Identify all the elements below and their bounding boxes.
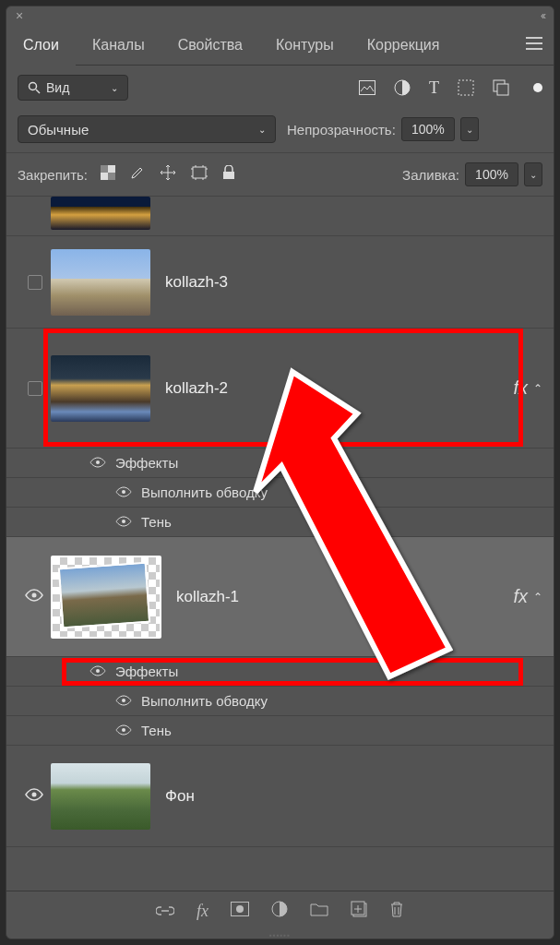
- filter-pixel-icon[interactable]: [359, 80, 375, 95]
- layer-row-kollazh-2[interactable]: kollazh-2 fx ⌃: [6, 329, 554, 449]
- effect-shadow[interactable]: Тень: [6, 508, 554, 537]
- filter-adjustment-icon[interactable]: [394, 79, 411, 96]
- resize-grip[interactable]: ▪▪▪▪▪▪: [6, 931, 554, 939]
- svg-point-13: [122, 520, 125, 523]
- layer-thumbnail[interactable]: [51, 249, 150, 316]
- layer-name[interactable]: kollazh-2: [165, 379, 513, 398]
- blend-row: Обычные ⌄ Непрозрачность: 100% ⌄: [6, 110, 554, 153]
- layer-filter-select[interactable]: Вид ⌄: [18, 75, 128, 101]
- filter-row: Вид ⌄ T: [6, 66, 554, 110]
- layer-mask-icon[interactable]: [231, 902, 249, 921]
- layer-row[interactable]: [6, 197, 554, 236]
- opacity-dropdown[interactable]: ⌄: [460, 117, 479, 141]
- effects-header[interactable]: Эффекты: [6, 657, 554, 687]
- eye-icon[interactable]: [89, 455, 106, 472]
- effect-stroke[interactable]: Выполнить обводку: [6, 687, 554, 716]
- svg-point-14: [32, 593, 37, 598]
- layers-footer: fx: [6, 891, 554, 931]
- lock-transparent-icon[interactable]: [101, 165, 115, 184]
- svg-rect-8: [108, 173, 115, 180]
- filter-shape-icon[interactable]: [458, 79, 474, 96]
- lock-all-icon[interactable]: [222, 165, 235, 184]
- panel-titlebar: × ‹‹: [6, 6, 554, 25]
- layer-thumbnail[interactable]: [51, 763, 150, 830]
- eye-icon[interactable]: [115, 484, 132, 501]
- adjustment-layer-icon[interactable]: [271, 901, 288, 922]
- eye-icon[interactable]: [115, 723, 132, 739]
- layer-thumbnail[interactable]: [51, 556, 161, 639]
- svg-point-15: [96, 669, 100, 673]
- close-icon[interactable]: ×: [16, 8, 23, 23]
- effects-label: Эффекты: [115, 664, 178, 679]
- visibility-checkbox[interactable]: [28, 381, 42, 396]
- fill-dropdown[interactable]: ⌄: [524, 162, 542, 186]
- svg-point-0: [30, 83, 37, 90]
- fill-group: Заливка: 100% ⌄: [402, 162, 542, 186]
- fx-expand-icon[interactable]: ⌃: [533, 382, 542, 395]
- effect-shadow[interactable]: Тень: [6, 716, 554, 746]
- svg-point-17: [122, 728, 125, 732]
- svg-rect-1: [360, 81, 375, 95]
- layer-style-icon[interactable]: fx: [197, 902, 209, 921]
- fx-badge[interactable]: fx: [513, 377, 528, 399]
- filter-smartobject-icon[interactable]: [493, 79, 509, 96]
- svg-rect-9: [193, 167, 206, 178]
- filter-type-icon[interactable]: T: [429, 78, 439, 98]
- chevron-down-icon: ⌄: [111, 83, 118, 93]
- tab-channels[interactable]: Каналы: [76, 25, 161, 65]
- effects-header[interactable]: Эффекты: [6, 449, 554, 478]
- eye-icon[interactable]: [115, 693, 132, 710]
- lock-move-icon[interactable]: [160, 164, 176, 185]
- effect-stroke[interactable]: Выполнить обводку: [6, 478, 554, 508]
- effect-label: Тень: [141, 723, 172, 738]
- tab-layers[interactable]: Слои: [6, 25, 76, 65]
- lock-icons: [101, 164, 235, 185]
- eye-icon[interactable]: [25, 587, 43, 606]
- eye-icon[interactable]: [25, 786, 43, 806]
- panel-menu-icon[interactable]: [526, 37, 542, 54]
- svg-point-12: [122, 490, 125, 494]
- effect-label: Выполнить обводку: [141, 693, 268, 709]
- tab-properties[interactable]: Свойства: [161, 25, 259, 65]
- svg-point-18: [32, 793, 37, 797]
- layer-name[interactable]: kollazh-1: [176, 588, 513, 606]
- eye-icon[interactable]: [89, 664, 106, 680]
- layer-thumbnail[interactable]: [51, 355, 150, 422]
- layer-filter-label: Вид: [46, 80, 69, 95]
- layers-panel: × ‹‹ Слои Каналы Свойства Контуры Коррек…: [6, 6, 554, 939]
- collapse-icon[interactable]: ‹‹: [541, 9, 544, 22]
- effect-label: Тень: [141, 514, 172, 530]
- fx-expand-icon[interactable]: ⌃: [533, 591, 542, 604]
- opacity-group: Непрозрачность: 100% ⌄: [287, 117, 479, 141]
- layer-row-kollazh-1[interactable]: kollazh-1 fx ⌃: [6, 537, 554, 657]
- layer-thumbnail[interactable]: [51, 197, 150, 230]
- tab-paths[interactable]: Контуры: [259, 25, 351, 65]
- panel-tabs: Слои Каналы Свойства Контуры Коррекция: [6, 25, 554, 66]
- svg-point-20: [236, 905, 244, 913]
- lock-row: Закрепить: Заливка: 100% ⌄: [6, 153, 554, 197]
- opacity-input[interactable]: 100%: [401, 117, 455, 141]
- layer-name[interactable]: kollazh-3: [165, 273, 542, 292]
- effect-label: Выполнить обводку: [141, 484, 268, 500]
- eye-icon[interactable]: [115, 514, 132, 531]
- svg-rect-5: [497, 84, 508, 95]
- svg-rect-10: [223, 172, 234, 179]
- delete-layer-icon[interactable]: [389, 901, 404, 922]
- link-layers-icon[interactable]: [156, 902, 174, 921]
- blend-mode-select[interactable]: Обычные ⌄: [18, 115, 276, 143]
- layer-row[interactable]: kollazh-3: [6, 236, 554, 329]
- layer-name[interactable]: Фон: [165, 787, 542, 806]
- visibility-checkbox[interactable]: [28, 275, 42, 290]
- svg-point-16: [122, 699, 125, 702]
- filter-toggle[interactable]: [533, 83, 542, 92]
- tab-adjustments[interactable]: Коррекция: [351, 25, 457, 65]
- lock-artboard-icon[interactable]: [191, 165, 208, 184]
- fill-input[interactable]: 100%: [465, 162, 518, 186]
- layer-row-background[interactable]: Фон: [6, 746, 554, 847]
- effects-label: Эффекты: [115, 455, 178, 471]
- new-group-icon[interactable]: [310, 902, 328, 921]
- layers-list: kollazh-3 kollazh-2 fx ⌃ Эффекты Выполни…: [6, 197, 554, 891]
- new-layer-icon[interactable]: [351, 901, 367, 922]
- fx-badge[interactable]: fx: [513, 586, 528, 607]
- lock-brush-icon[interactable]: [130, 165, 145, 184]
